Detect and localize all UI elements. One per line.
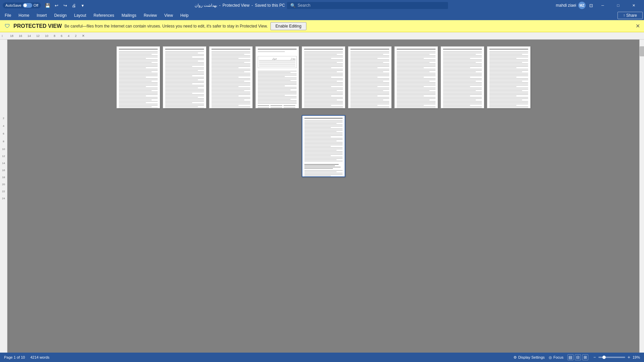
share-icon: ↑	[623, 13, 626, 18]
zoom-in-button[interactable]: ＋	[627, 354, 631, 360]
ribbon-btn[interactable]: ⊡	[587, 1, 595, 9]
menu-layout[interactable]: Layout	[71, 12, 90, 19]
close-button[interactable]: ✕	[626, 0, 641, 11]
toggle-knob	[23, 4, 27, 7]
share-label: Share	[626, 13, 637, 18]
status-bar: Page 1 of 10 4214 words ⚙ Display Settin…	[0, 353, 644, 362]
page-info: Page 1 of 10	[4, 355, 25, 359]
page-content-7	[397, 49, 436, 108]
display-settings-label: Display Settings	[518, 355, 545, 359]
avatar: MZ	[578, 2, 586, 9]
separator2: -	[251, 3, 253, 8]
page-thumbnail-10[interactable]	[302, 115, 345, 177]
autosave-switch[interactable]	[23, 3, 32, 8]
page-content-5	[304, 49, 343, 108]
vertical-scrollbar[interactable]	[639, 40, 644, 353]
protected-message: Be careful—files from the Internet can c…	[64, 24, 268, 29]
page-thumbnail-5[interactable]	[302, 46, 345, 108]
protected-label: PROTECTED VIEW	[13, 23, 62, 29]
page-content-8	[443, 49, 482, 108]
focus-mode[interactable]: ◎ Focus	[549, 355, 563, 360]
search-bar[interactable]: 🔍	[287, 2, 448, 9]
zoom-slider-thumb	[602, 356, 606, 359]
page-thumbnail-1[interactable]	[116, 46, 160, 108]
zoom-level: 19%	[633, 355, 640, 359]
search-icon: 🔍	[290, 3, 296, 8]
focus-label: Focus	[553, 355, 563, 359]
page-content-1	[119, 49, 158, 108]
page-thumbnail-7[interactable]	[394, 46, 438, 108]
user-info[interactable]: mahdi ziaei MZ	[556, 2, 586, 9]
scrollbar-thumb[interactable]	[640, 46, 644, 56]
title-bar-center: بهداشت روان - Protected View - Saved to …	[87, 2, 556, 9]
page-thumbnail-4[interactable]: عنوان مقدار	[255, 46, 299, 108]
view-mode: Protected View	[222, 3, 250, 8]
window-controls: ⊡ ─ □ ✕	[587, 0, 641, 11]
zoom-control: － ＋ 19%	[592, 354, 640, 360]
redo-btn[interactable]: ↪	[61, 1, 69, 9]
left-ruler: 2 4 6 8 10 12 14 16 18 20 22 24	[0, 40, 7, 353]
read-mode-view-icon[interactable]: ⊞	[582, 354, 588, 360]
view-icons: ▤ ⊟ ⊞	[567, 354, 588, 360]
undo-btn[interactable]: ↩	[52, 1, 60, 9]
menu-view[interactable]: View	[161, 12, 177, 19]
doc-title: بهداشت روان	[195, 3, 217, 8]
page-content-4: عنوان مقدار	[258, 49, 297, 108]
zoom-out-button[interactable]: －	[592, 354, 597, 360]
ruler-bar: ↕ 18 16 14 12 10 8 6 4 2 ✕	[0, 32, 644, 40]
document-area[interactable]: عنوان مقدار	[7, 40, 639, 353]
page-thumbnail-3[interactable]	[209, 46, 253, 108]
title-bar-left: AutoSave Off 💾 ↩ ↪ 🖨 ▾	[3, 1, 87, 9]
page-thumbnail-9[interactable]	[487, 46, 531, 108]
page-content-3	[211, 49, 250, 108]
user-name: mahdi ziaei	[556, 3, 576, 8]
save-quick-btn[interactable]: 💾	[44, 1, 52, 9]
page-content-6	[350, 49, 389, 108]
page-thumbnail-2[interactable]	[163, 46, 206, 108]
menu-mailings[interactable]: Mailings	[118, 12, 140, 19]
menu-references[interactable]: References	[90, 12, 117, 19]
ruler-icon: ↕	[1, 34, 3, 38]
focus-icon: ◎	[549, 355, 552, 360]
display-settings-icon: ⚙	[513, 355, 517, 360]
menu-review[interactable]: Review	[140, 12, 160, 19]
menu-home[interactable]: Home	[15, 12, 33, 19]
web-layout-view-icon[interactable]: ⊟	[575, 354, 581, 360]
page-thumbnail-6[interactable]	[348, 46, 392, 108]
save-state: Saved to this PC	[255, 3, 285, 8]
print-btn[interactable]: 🖨	[70, 1, 78, 9]
close-protected-bar-button[interactable]: ✕	[636, 23, 640, 29]
autosave-state: Off	[34, 3, 38, 7]
main-area: 2 4 6 8 10 12 14 16 18 20 22 24	[0, 40, 644, 353]
display-settings[interactable]: ⚙ Display Settings	[513, 355, 545, 360]
page-content-2	[165, 49, 204, 108]
share-button[interactable]: ↑ Share	[617, 12, 643, 19]
thumbnail-row-1: عنوان مقدار	[116, 46, 531, 108]
autosave-label: AutoSave	[5, 3, 21, 7]
customize-btn[interactable]: ▾	[79, 1, 87, 9]
search-input[interactable]	[298, 3, 445, 8]
word-count: 4214 words	[30, 355, 49, 359]
menu-bar: File Home Insert Design Layout Reference…	[0, 11, 644, 20]
enable-editing-button[interactable]: Enable Editing	[270, 22, 306, 30]
thumbnail-row-2	[302, 115, 345, 177]
menu-help[interactable]: Help	[177, 12, 192, 19]
menu-insert[interactable]: Insert	[33, 12, 50, 19]
zoom-slider[interactable]	[598, 357, 625, 358]
menu-design[interactable]: Design	[51, 12, 70, 19]
page-content-10	[304, 118, 343, 177]
status-bar-right: ⚙ Display Settings ◎ Focus ▤ ⊟ ⊞ － ＋ 19%	[513, 354, 640, 360]
title-bar: AutoSave Off 💾 ↩ ↪ 🖨 ▾ بهداشت روان - Pro…	[0, 0, 644, 11]
page-content-9	[489, 49, 528, 108]
ruler-numbers: 18 16 14 12 10 8 6 4 2 ✕	[10, 34, 85, 38]
print-layout-view-icon[interactable]: ▤	[567, 354, 574, 360]
shield-icon: 🛡	[4, 23, 11, 30]
minimize-button[interactable]: ─	[595, 0, 610, 11]
title-bar-right: mahdi ziaei MZ ⊡ ─ □ ✕	[556, 0, 641, 11]
autosave-toggle[interactable]: AutoSave Off	[3, 2, 41, 8]
separator1: -	[219, 3, 220, 8]
menu-file[interactable]: File	[1, 12, 14, 19]
maximize-button[interactable]: □	[610, 0, 626, 11]
protected-view-bar: 🛡 PROTECTED VIEW Be careful—files from t…	[0, 20, 644, 32]
page-thumbnail-8[interactable]	[441, 46, 484, 108]
